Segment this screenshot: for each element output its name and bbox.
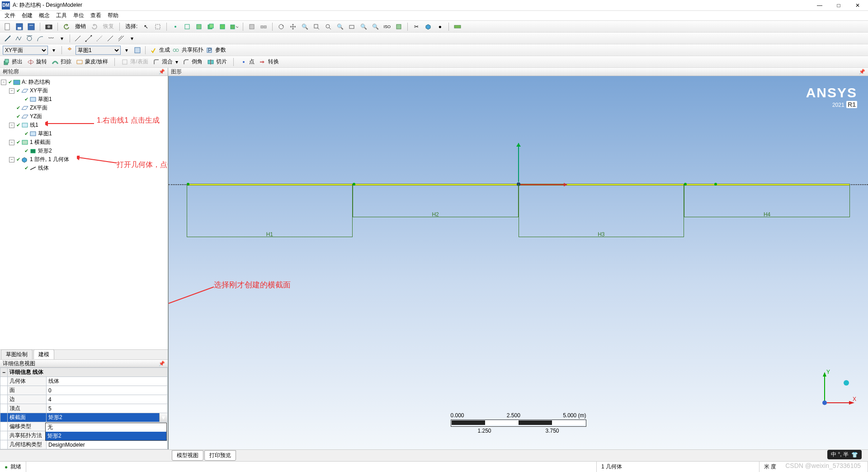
- filter-body-icon[interactable]: [206, 22, 216, 32]
- skin-button[interactable]: 蒙皮/放样: [76, 58, 108, 66]
- undo-icon[interactable]: [61, 22, 71, 32]
- line2-tool-icon[interactable]: [73, 33, 83, 43]
- dropdown-option-rect2[interactable]: 矩形2: [46, 432, 166, 440]
- tree-zx-plane[interactable]: ZX平面: [30, 104, 47, 112]
- slice-button[interactable]: 切片: [207, 58, 227, 66]
- zoom-box-icon[interactable]: [311, 22, 321, 32]
- expand-toggle[interactable]: −: [1, 80, 6, 85]
- tree-sketch1a[interactable]: 草图1: [38, 95, 52, 103]
- sketch-dropdown[interactable]: 草图1: [75, 46, 121, 55]
- generate-button[interactable]: 生成: [159, 46, 170, 54]
- select-arrow-icon[interactable]: ↖: [141, 22, 151, 32]
- menu-help[interactable]: 帮助: [108, 12, 118, 19]
- tangent-tool-icon[interactable]: [24, 33, 34, 43]
- extend-sel-icon[interactable]: [247, 22, 257, 32]
- tree-line-body[interactable]: 线体: [38, 164, 49, 172]
- menu-tools[interactable]: 工具: [56, 12, 67, 19]
- params-button[interactable]: 参数: [215, 46, 226, 54]
- expand-toggle[interactable]: −: [9, 123, 14, 128]
- tree-xy-plane[interactable]: XY平面: [30, 87, 48, 95]
- screenshot-icon[interactable]: [44, 22, 54, 32]
- details-key-share[interactable]: 共享拓扑方法: [8, 431, 47, 440]
- views-dd-icon[interactable]: [394, 22, 404, 32]
- tree-root[interactable]: A: 静态结构: [22, 78, 50, 86]
- spline-tool-icon[interactable]: 〰: [46, 33, 56, 43]
- tree-parts[interactable]: 1 部件, 1 几何体: [30, 156, 69, 163]
- filter-edge-icon[interactable]: [182, 22, 192, 32]
- new-plane-icon[interactable]: [65, 45, 75, 55]
- share-topo-icon[interactable]: [171, 45, 181, 55]
- iso-icon[interactable]: ISO: [382, 22, 392, 32]
- tree-line1[interactable]: 线1: [30, 121, 38, 129]
- expand-toggle[interactable]: −: [9, 140, 14, 145]
- sketch-dd-btn-icon[interactable]: ▾: [122, 45, 132, 55]
- pin-icon[interactable]: 📌: [859, 69, 865, 75]
- next-view-icon[interactable]: 🔍: [370, 22, 380, 32]
- menu-units[interactable]: 单位: [73, 12, 84, 19]
- redo-label[interactable]: 恢复: [101, 23, 116, 30]
- select-box-icon[interactable]: [153, 22, 163, 32]
- line4-tool-icon[interactable]: [94, 33, 104, 43]
- tab-model-view[interactable]: 模型视图: [172, 450, 203, 461]
- adjacent-sel-icon[interactable]: [259, 22, 269, 32]
- tab-sketch[interactable]: 草图绘制: [1, 349, 33, 359]
- blend-button[interactable]: 混合▾: [153, 58, 178, 66]
- tree-yz-plane[interactable]: YZ面: [30, 113, 42, 120]
- filter-dd-icon[interactable]: [229, 22, 239, 32]
- menu-view[interactable]: 查看: [90, 12, 101, 19]
- menu-file[interactable]: 文件: [5, 12, 15, 19]
- pin-icon[interactable]: 📌: [159, 69, 165, 75]
- menu-concept[interactable]: 概念: [39, 12, 50, 19]
- zoom-fit-icon[interactable]: [323, 22, 333, 32]
- undo-label[interactable]: 撤销: [73, 23, 88, 30]
- minimize-button[interactable]: —: [816, 2, 823, 9]
- plane-dropdown[interactable]: XY平面: [3, 46, 48, 55]
- generate-icon[interactable]: [148, 45, 158, 55]
- display-plane-icon[interactable]: ✂: [411, 22, 421, 32]
- point-button[interactable]: 点: [240, 58, 255, 66]
- menu-create[interactable]: 创建: [22, 12, 33, 19]
- redo-icon[interactable]: [90, 22, 99, 32]
- cross-section-dropdown-list[interactable]: 无 矩形2: [45, 423, 167, 441]
- tree-sketch1b[interactable]: 草图1: [38, 130, 52, 138]
- display-body-icon[interactable]: [423, 22, 433, 32]
- new-sketch-icon[interactable]: [132, 45, 142, 55]
- arc-tool-icon[interactable]: [35, 33, 45, 43]
- line-dd-icon[interactable]: ▾: [57, 33, 67, 43]
- line-dd2-icon[interactable]: ▾: [127, 33, 137, 43]
- expand-toggle[interactable]: −: [9, 157, 14, 162]
- prev-view-icon[interactable]: 🔍: [359, 22, 368, 32]
- export-icon[interactable]: [26, 22, 36, 32]
- convert-button[interactable]: 转换: [259, 58, 279, 66]
- filter-face-icon[interactable]: [194, 22, 204, 32]
- tree-rect2[interactable]: 矩形2: [38, 147, 52, 155]
- filter-vertex-icon[interactable]: [170, 22, 180, 32]
- details-group-header[interactable]: 详细信息 线体: [8, 368, 168, 377]
- pin-icon[interactable]: 📌: [159, 361, 165, 367]
- dropdown-option-none[interactable]: 无: [46, 423, 166, 432]
- save-icon[interactable]: [14, 22, 24, 32]
- extrude-button[interactable]: 挤出: [3, 58, 23, 66]
- line6-tool-icon[interactable]: [116, 33, 126, 43]
- zoom-in-icon[interactable]: 🔍: [300, 22, 310, 32]
- dropdown-button-icon[interactable]: ▼: [159, 413, 167, 422]
- details-key-offset[interactable]: 偏移类型: [8, 422, 47, 431]
- close-button[interactable]: ✕: [854, 2, 861, 9]
- filter-all-icon[interactable]: [217, 22, 227, 32]
- share-topo-button[interactable]: 共享拓扑: [182, 46, 203, 54]
- triad-icon[interactable]: Y X: [816, 367, 856, 413]
- display-pt-icon[interactable]: ●: [435, 22, 445, 32]
- details-key-cross-section[interactable]: 横截面: [8, 413, 47, 422]
- line-tool-icon[interactable]: [3, 33, 13, 43]
- new-icon[interactable]: [3, 22, 13, 32]
- ruler-icon[interactable]: [453, 22, 462, 32]
- tree-outline[interactable]: −✔A: 静态结构 −✔XY平面 ✔草图1 ✔ZX平面 ✔YZ面 −✔线1 ✔草…: [0, 76, 168, 349]
- maximize-button[interactable]: □: [835, 2, 842, 9]
- polyline-tool-icon[interactable]: [14, 33, 24, 43]
- details-val-cross-section[interactable]: 矩形2▼: [47, 413, 168, 422]
- pan-icon[interactable]: [288, 22, 298, 32]
- graphics-viewport[interactable]: ANSYS 2021 R1 H1 H2 H3 H4: [168, 76, 868, 449]
- zoom-sel-icon[interactable]: 🔍: [335, 22, 345, 32]
- look-at-icon[interactable]: [347, 22, 357, 32]
- line5-tool-icon[interactable]: [105, 33, 115, 43]
